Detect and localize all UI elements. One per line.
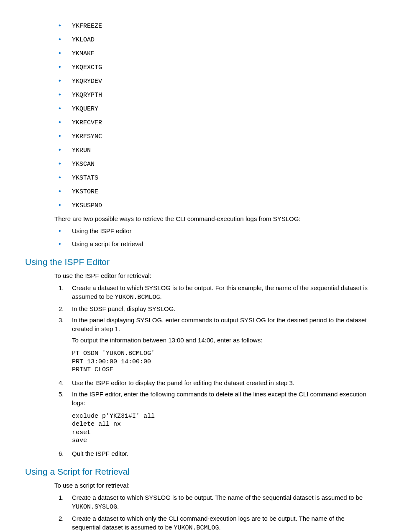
list-item: YKSUSPND	[54, 200, 374, 210]
list-item: YKFREEZE	[54, 21, 374, 31]
list-item: YKQRYPTH	[54, 90, 374, 100]
command-list: YKFREEZE YKLOAD YKMAKE YKQEXCTG YKQRYDEV…	[54, 21, 374, 210]
command-name: YKQRYDEV	[72, 78, 102, 85]
step-text: .	[219, 524, 221, 531]
step-3: In the panel displaying SYSLOG, enter co…	[54, 316, 374, 374]
code-block: PT OSDN 'YUKON.BCMLOG' PRT 13:00:00 14:0…	[72, 350, 374, 374]
list-item: YKRUN	[54, 145, 374, 155]
command-name: YKMAKE	[72, 50, 95, 57]
step-text: In the panel displaying SYSLOG, enter co…	[72, 316, 374, 333]
list-item: YKMAKE	[54, 49, 374, 58]
intro-paragraph: There are two possible ways to retrieve …	[54, 214, 374, 223]
command-name: YKRUN	[72, 147, 91, 154]
list-item: YKQRYDEV	[54, 76, 374, 86]
command-name: YKSCAN	[72, 161, 95, 168]
step-text: .	[117, 503, 119, 510]
list-item: YKQUERY	[54, 104, 374, 113]
step-1: Create a dataset to which SYSLOG is to b…	[54, 283, 374, 302]
list-item: YKQEXCTG	[54, 62, 374, 72]
script-steps: Create a dataset to which SYSLOG is to b…	[54, 493, 374, 532]
list-item: Using the ISPF editor	[54, 226, 374, 235]
inline-code: YUKON.SYSLOG	[72, 504, 117, 511]
inline-code: YUKON.BCMLOG	[115, 294, 160, 301]
step-subtext: To output the information between 13:00 …	[72, 336, 374, 344]
step-text: In the ISPF editor, enter the following …	[72, 390, 374, 407]
intro-bullet-list: Using the ISPF editor Using a script for…	[54, 226, 374, 248]
command-name: YKRESYNC	[72, 133, 102, 140]
ispf-steps: Create a dataset to which SYSLOG is to b…	[54, 283, 374, 458]
inline-code: YUKON.BCMLOG	[174, 524, 219, 532]
step-2: Create a dataset to which only the CLI c…	[54, 514, 374, 532]
command-name: YKQRYPTH	[72, 92, 102, 99]
step-4: Use the ISPF editor to display the panel…	[54, 378, 374, 387]
step-5: In the ISPF editor, enter the following …	[54, 390, 374, 445]
step-6: Quit the ISPF editor.	[54, 449, 374, 458]
command-name: YKSTATS	[72, 175, 98, 182]
list-item: YKSCAN	[54, 159, 374, 169]
list-item: YKSTORE	[54, 187, 374, 196]
step-2: In the SDSF panel, display SYSLOG.	[54, 304, 374, 313]
ispf-lead: To use the ISPF editor for retrieval:	[54, 271, 374, 280]
command-name: YKSUSPND	[72, 202, 102, 209]
script-heading: Using a Script for Retrieval	[25, 465, 374, 478]
command-name: YKFREEZE	[72, 23, 102, 30]
list-item: Using a script for retrieval	[54, 239, 374, 248]
command-name: YKSTORE	[72, 188, 98, 195]
list-item: YKRECVER	[54, 118, 374, 127]
step-text: Create a dataset to which SYSLOG is to b…	[72, 494, 363, 501]
step-1: Create a dataset to which SYSLOG is to b…	[54, 493, 374, 511]
list-item: YKLOAD	[54, 35, 374, 44]
step-text: .	[160, 293, 162, 300]
list-item: YKSTATS	[54, 173, 374, 182]
ispf-heading: Using the ISPF Editor	[25, 256, 374, 268]
command-name: YKRECVER	[72, 119, 102, 126]
command-name: YKQUERY	[72, 105, 98, 113]
command-name: YKQEXCTG	[72, 64, 102, 71]
command-name: YKLOAD	[72, 36, 95, 44]
code-block: exclude p'YKZ31#I' all delete all nx res…	[72, 412, 374, 445]
script-lead: To use a script for retrieval:	[54, 481, 374, 490]
list-item: YKRESYNC	[54, 131, 374, 141]
